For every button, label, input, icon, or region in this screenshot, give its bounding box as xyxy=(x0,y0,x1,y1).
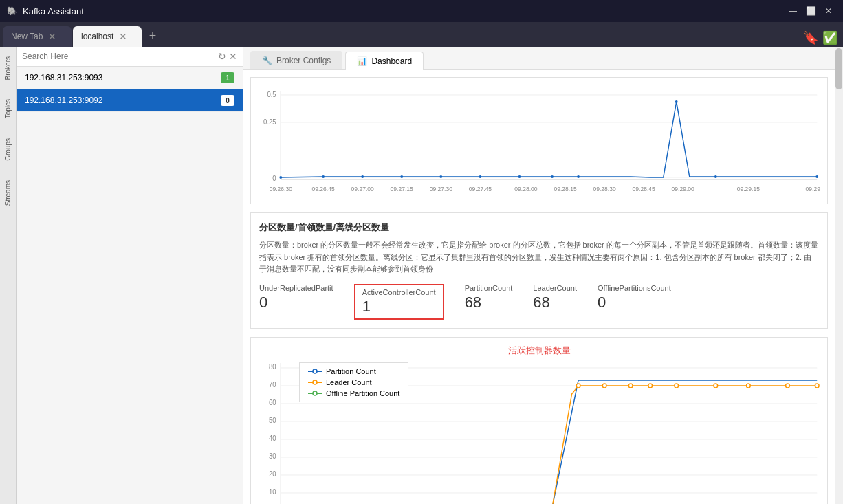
sidebar-item-groups[interactable]: Groups xyxy=(3,135,13,164)
svg-text:70: 70 xyxy=(269,381,276,388)
broker-badge-1: 1 xyxy=(221,72,234,83)
app-title: Kafka Assistant xyxy=(23,6,84,17)
stat-leader-count: LeaderCount 68 xyxy=(533,284,577,311)
svg-point-19 xyxy=(815,175,818,178)
svg-text:0.5: 0.5 xyxy=(267,91,276,98)
svg-text:10: 10 xyxy=(269,488,276,496)
svg-point-9 xyxy=(322,175,325,178)
svg-point-12 xyxy=(439,175,442,178)
stat-under-replicated-value: 0 xyxy=(259,294,333,311)
tab-new-tab-close[interactable]: ✕ xyxy=(48,31,56,42)
add-tab-button[interactable]: + xyxy=(143,26,162,45)
svg-point-17 xyxy=(675,100,678,103)
tab-dashboard[interactable]: 📊 Dashboard xyxy=(345,52,424,70)
content-area[interactable]: 0.5 0.25 0 xyxy=(243,70,835,504)
chart-legend: Partition Count Leader Count Offline Par… xyxy=(299,362,408,402)
top-chart-svg: 0.5 0.25 0 xyxy=(258,85,820,195)
app-icon: 🐘 xyxy=(7,6,17,16)
svg-text:09:29:15: 09:29:15 xyxy=(737,186,760,193)
broker-configs-label: Broker Configs xyxy=(276,56,331,65)
bookmark-icon[interactable]: 🔖 xyxy=(803,30,818,45)
dashboard-icon: 📊 xyxy=(357,56,367,66)
sidebar-item-brokers[interactable]: Brokers xyxy=(3,54,13,83)
svg-text:09:26:45: 09:26:45 xyxy=(311,186,334,193)
svg-text:09:28:30: 09:28:30 xyxy=(593,186,615,193)
close-button[interactable]: ✕ xyxy=(821,3,836,19)
top-chart-wrap: 0.5 0.25 0 xyxy=(258,85,820,197)
stat-partition-count-value: 68 xyxy=(465,294,513,311)
svg-text:0.25: 0.25 xyxy=(263,118,276,126)
svg-text:09:27:30: 09:27:30 xyxy=(430,186,452,193)
svg-text:60: 60 xyxy=(269,399,276,406)
minimize-button[interactable]: — xyxy=(785,3,800,19)
stat-active-controller-label: ActiveControllerCount xyxy=(362,288,436,296)
tab-new-tab-label: New Tab xyxy=(11,32,43,41)
refresh-icon[interactable]: ↻ xyxy=(218,51,226,62)
stat-leader-count-label: LeaderCount xyxy=(533,284,577,292)
svg-point-16 xyxy=(577,175,580,178)
broker-configs-icon: 🔧 xyxy=(262,56,272,65)
svg-point-81 xyxy=(815,384,819,388)
titlebar-left: 🐘 Kafka Assistant xyxy=(7,6,84,17)
scrollbar-thumb[interactable] xyxy=(835,48,842,89)
tab-localhost-close[interactable]: ✕ xyxy=(119,31,127,42)
bottom-chart-wrap: Partition Count Leader Count Offline Par… xyxy=(258,360,820,504)
broker-item-2[interactable]: 192.168.31.253:9092 0 xyxy=(17,89,243,112)
svg-point-80 xyxy=(786,384,790,388)
tab-broker-configs[interactable]: 🔧 Broker Configs xyxy=(250,51,342,69)
stat-offline-partitions: OfflinePartitionsCount 0 xyxy=(598,284,671,311)
stats-desc: 分区数量：broker 的分区数量一般不会经常发生改变，它是指分配给 broke… xyxy=(259,239,819,276)
svg-point-13 xyxy=(479,175,481,178)
sidebar-item-topics[interactable]: Topics xyxy=(3,96,13,121)
svg-point-78 xyxy=(714,384,718,388)
sub-tabs: 🔧 Broker Configs 📊 Dashboard xyxy=(243,47,835,70)
svg-point-76 xyxy=(648,384,653,388)
svg-text:09:29:30: 09:29:30 xyxy=(806,186,820,193)
svg-text:09:28:45: 09:28:45 xyxy=(633,186,655,193)
broker-item-1[interactable]: 192.168.31.253:9093 1 xyxy=(17,67,243,89)
svg-point-18 xyxy=(714,175,717,178)
svg-point-77 xyxy=(675,384,679,388)
stat-partition-count-label: PartitionCount xyxy=(465,284,513,292)
svg-text:0: 0 xyxy=(272,175,276,182)
svg-text:09:28:15: 09:28:15 xyxy=(554,186,576,193)
stats-row: UnderReplicatedPartit 0 ActiveController… xyxy=(259,284,819,320)
broker-address-1: 192.168.31.253:9093 xyxy=(25,73,102,83)
main-layout: Brokers Topics Groups Streams ↻ ✕ 192.16… xyxy=(0,47,843,504)
maximize-button[interactable]: ⬜ xyxy=(803,3,818,19)
tabbar-actions: 🔖 ✅ xyxy=(803,30,843,47)
legend-partition-count: Partition Count xyxy=(308,367,399,375)
right-panel: 🔧 Broker Configs 📊 Dashboard 0.5 0.25 0 xyxy=(243,47,835,504)
svg-text:80: 80 xyxy=(269,363,276,371)
sidebar-icons: Brokers Topics Groups Streams xyxy=(0,47,17,504)
top-chart-container: 0.5 0.25 0 xyxy=(250,77,828,204)
svg-text:09:26:30: 09:26:30 xyxy=(270,186,292,193)
tab-new-tab[interactable]: New Tab ✕ xyxy=(3,26,72,47)
stat-offline-partitions-label: OfflinePartitionsCount xyxy=(598,284,671,292)
svg-text:30: 30 xyxy=(269,452,276,460)
stat-offline-partitions-value: 0 xyxy=(598,294,671,311)
tab-localhost-label: localhost xyxy=(81,32,113,41)
svg-point-73 xyxy=(576,384,580,388)
stat-active-controller: ActiveControllerCount 1 xyxy=(354,284,444,320)
svg-text:09:27:00: 09:27:00 xyxy=(351,186,374,193)
svg-point-79 xyxy=(747,384,751,388)
svg-text:09:28:00: 09:28:00 xyxy=(514,186,537,193)
svg-point-74 xyxy=(602,384,606,388)
scrollbar-right[interactable] xyxy=(835,47,843,504)
clear-icon[interactable]: ✕ xyxy=(229,51,237,62)
sidebar-item-streams[interactable]: Streams xyxy=(3,177,13,208)
legend-offline-partition: Offline Partition Count xyxy=(308,389,399,397)
tabbar: New Tab ✕ localhost ✕ + 🔖 ✅ xyxy=(0,22,843,47)
broker-badge-2: 0 xyxy=(221,95,234,106)
legend-leader-count: Leader Count xyxy=(308,378,399,386)
titlebar: 🐘 Kafka Assistant — ⬜ ✕ xyxy=(0,0,843,22)
check-icon[interactable]: ✅ xyxy=(822,30,837,45)
svg-text:40: 40 xyxy=(269,435,276,442)
tab-localhost[interactable]: localhost ✕ xyxy=(73,26,142,47)
svg-point-8 xyxy=(279,176,282,179)
svg-text:09:29:00: 09:29:00 xyxy=(672,186,694,193)
stat-active-controller-value: 1 xyxy=(362,298,436,316)
left-panel: ↻ ✕ 192.168.31.253:9093 1 192.168.31.253… xyxy=(17,47,243,504)
search-input[interactable] xyxy=(22,52,215,61)
